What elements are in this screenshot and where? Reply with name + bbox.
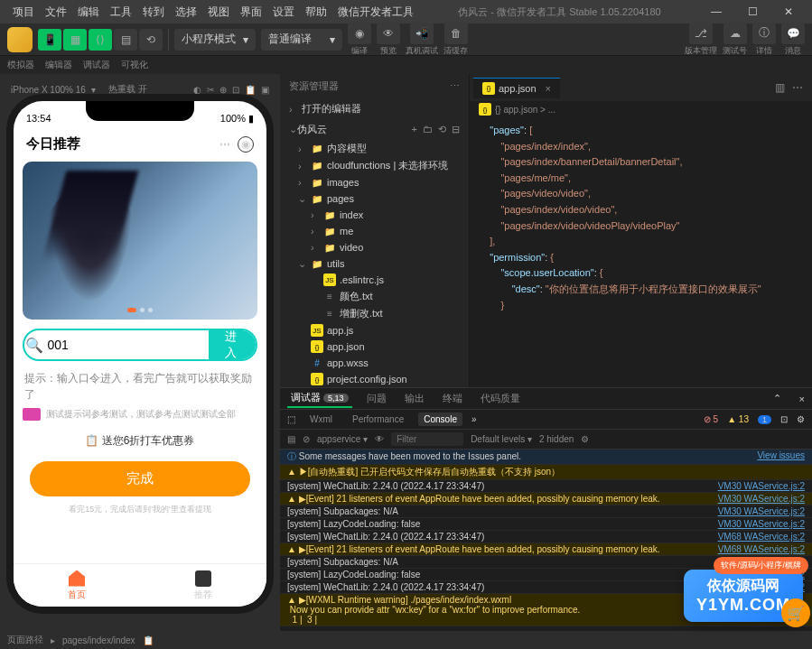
maximize-button[interactable]: ☐ bbox=[736, 0, 769, 23]
new-folder-icon[interactable]: 🗀 bbox=[423, 124, 433, 135]
menu-工具[interactable]: 工具 bbox=[105, 3, 137, 22]
tree-.eslintrc.js[interactable]: JS.eslintrc.js bbox=[280, 272, 469, 288]
sim-tool-icon[interactable]: ✂ bbox=[207, 85, 214, 95]
collapse-icon[interactable]: ⊟ bbox=[452, 124, 460, 135]
tree-images[interactable]: ›📁images bbox=[280, 174, 469, 190]
menu-设置[interactable]: 设置 bbox=[267, 3, 300, 22]
devtools-close-icon[interactable]: × bbox=[799, 394, 805, 404]
editor-toggle[interactable]: ▦ bbox=[63, 29, 87, 51]
tab-recommend[interactable]: 推荐 bbox=[140, 564, 266, 607]
menu-编辑[interactable]: 编辑 bbox=[72, 3, 105, 22]
menu-帮助[interactable]: 帮助 bbox=[300, 3, 332, 22]
inspect-icon[interactable]: ⬚ bbox=[287, 414, 295, 424]
editor-tab-appjson[interactable]: {}app.json× bbox=[473, 78, 560, 98]
subtool-调试器[interactable]: 调试器 bbox=[83, 59, 110, 71]
refresh-icon[interactable]: ⟲ bbox=[139, 29, 163, 51]
tree-video[interactable]: ›📁video bbox=[280, 239, 469, 255]
tab-performance[interactable]: Performance bbox=[347, 413, 409, 426]
target-icon[interactable]: ◉ bbox=[238, 136, 254, 153]
close-button[interactable]: ✕ bbox=[772, 0, 805, 23]
compile-button[interactable]: ◉ bbox=[348, 23, 371, 44]
sim-tool-icon[interactable]: ⊡ bbox=[232, 85, 239, 95]
tree-增删改.txt[interactable]: ≡增删改.txt bbox=[280, 305, 469, 322]
menu-文件[interactable]: 文件 bbox=[40, 3, 72, 22]
more-icon[interactable]: ⋯ bbox=[219, 138, 230, 151]
new-file-icon[interactable]: + bbox=[412, 124, 417, 135]
devtab-终端[interactable]: 终端 bbox=[439, 390, 466, 407]
live-icon[interactable]: 👁 bbox=[375, 434, 384, 444]
sim-tool-icon[interactable]: 📋 bbox=[245, 85, 256, 95]
done-button[interactable]: 完成 bbox=[30, 461, 250, 496]
sim-tool-icon[interactable]: ◐ bbox=[193, 85, 201, 95]
code-input[interactable] bbox=[43, 330, 209, 359]
devtab-输出[interactable]: 输出 bbox=[401, 390, 428, 407]
sim-tool-icon[interactable]: ▣ bbox=[261, 85, 269, 95]
test-button[interactable]: ☁ bbox=[723, 23, 747, 44]
tree-app.json[interactable]: {}app.json bbox=[280, 338, 469, 355]
message-button[interactable]: 💬 bbox=[781, 23, 805, 44]
devtools-settings-icon[interactable]: ⚙ bbox=[797, 414, 805, 424]
subtool-模拟器[interactable]: 模拟器 bbox=[7, 59, 34, 71]
open-editors-section[interactable]: ›打开的编辑器 bbox=[280, 98, 469, 119]
tab-console[interactable]: Console bbox=[418, 413, 462, 426]
clear-cache-button[interactable]: 🗑 bbox=[444, 23, 468, 44]
preview-button[interactable]: 👁 bbox=[377, 23, 400, 44]
path-value[interactable]: pages/index/index bbox=[62, 635, 135, 645]
enter-button[interactable]: 进入 bbox=[209, 330, 256, 359]
hidden-count[interactable]: 2 hidden bbox=[539, 434, 574, 444]
menu-微信开发者工具[interactable]: 微信开发者工具 bbox=[332, 3, 419, 22]
view-issues-link[interactable]: View issues bbox=[757, 450, 805, 463]
explorer-more-icon[interactable]: ⋯ bbox=[450, 80, 460, 92]
subtool-编辑器[interactable]: 编辑器 bbox=[45, 59, 72, 71]
console-settings-icon[interactable]: ⚙ bbox=[581, 434, 589, 444]
visual-toggle[interactable]: ▤ bbox=[114, 29, 137, 51]
minimize-button[interactable]: — bbox=[700, 0, 733, 23]
tree-cloudfunctions | 未选择环境[interactable]: ›📁cloudfunctions | 未选择环境 bbox=[280, 157, 469, 174]
tree-project.config.json[interactable]: {}project.config.json bbox=[280, 371, 469, 387]
breadcrumb[interactable]: {}{} app.json > ... bbox=[470, 101, 812, 117]
devtools-up-icon[interactable]: ⌃ bbox=[773, 393, 781, 404]
tree-pages[interactable]: ⌄📁pages bbox=[280, 190, 469, 207]
devtools-dock-icon[interactable]: ⊡ bbox=[780, 414, 788, 424]
device-selector[interactable]: iPhone X 100% 16 bbox=[11, 85, 86, 95]
mode-dropdown[interactable]: 小程序模式▾ bbox=[174, 29, 256, 51]
project-root[interactable]: ⌄伪风云 + 🗀 ⟲ ⊟ bbox=[280, 119, 469, 140]
menu-视图[interactable]: 视图 bbox=[202, 3, 235, 22]
tree-index[interactable]: ›📁index bbox=[280, 207, 469, 223]
refresh-icon[interactable]: ⟲ bbox=[438, 124, 446, 135]
code-content[interactable]: "pages": [ "pages/index/index", "pages/i… bbox=[470, 117, 812, 387]
banner-image[interactable] bbox=[23, 162, 257, 320]
tree-app.wxss[interactable]: #app.wxss bbox=[280, 355, 469, 371]
detail-button[interactable]: ⓘ bbox=[752, 23, 776, 44]
subtool-可视化[interactable]: 可视化 bbox=[121, 59, 148, 71]
tree-app.js[interactable]: JSapp.js bbox=[280, 322, 469, 338]
split-icon[interactable]: ▥ bbox=[775, 81, 785, 94]
tab-wxml[interactable]: Wxml bbox=[304, 413, 338, 426]
devtab-调试器[interactable]: 调试器 5,13 bbox=[287, 389, 352, 408]
filter-input[interactable] bbox=[391, 432, 463, 446]
tab-home[interactable]: 首页 bbox=[14, 564, 140, 607]
menu-转到[interactable]: 转到 bbox=[137, 3, 170, 22]
tree-内容模型[interactable]: ›📁内容模型 bbox=[280, 140, 469, 157]
close-tab-icon[interactable]: × bbox=[546, 83, 551, 94]
menu-选择[interactable]: 选择 bbox=[170, 3, 202, 22]
real-debug-button[interactable]: 📲 bbox=[410, 23, 434, 44]
tree-utils[interactable]: ⌄📁utils bbox=[280, 255, 469, 272]
menu-项目[interactable]: 项目 bbox=[7, 3, 40, 22]
levels-dropdown[interactable]: Default levels ▾ bbox=[471, 434, 532, 444]
editor-more-icon[interactable]: ⋯ bbox=[792, 81, 803, 94]
devtab-代码质量[interactable]: 代码质量 bbox=[477, 390, 524, 407]
tree-颜色.txt[interactable]: ≡颜色.txt bbox=[280, 288, 469, 305]
sim-tool-icon[interactable]: ⊕ bbox=[219, 85, 227, 95]
debugger-toggle[interactable]: ⟨⟩ bbox=[89, 29, 112, 51]
compile-dropdown[interactable]: 普通编译▾ bbox=[261, 29, 342, 51]
devtab-问题[interactable]: 问题 bbox=[363, 390, 390, 407]
hot-reload-toggle[interactable]: 热重载 开 bbox=[108, 83, 147, 96]
clear-console-icon[interactable]: ⊘ bbox=[303, 434, 310, 444]
sidebar-toggle-icon[interactable]: ▤ bbox=[287, 434, 295, 444]
context-dropdown[interactable]: appservice ▾ bbox=[317, 434, 368, 444]
tree-me[interactable]: ›📁me bbox=[280, 223, 469, 239]
version-button[interactable]: ⎇ bbox=[689, 23, 713, 44]
simulator-toggle[interactable]: 📱 bbox=[38, 29, 61, 51]
menu-界面[interactable]: 界面 bbox=[235, 3, 267, 22]
